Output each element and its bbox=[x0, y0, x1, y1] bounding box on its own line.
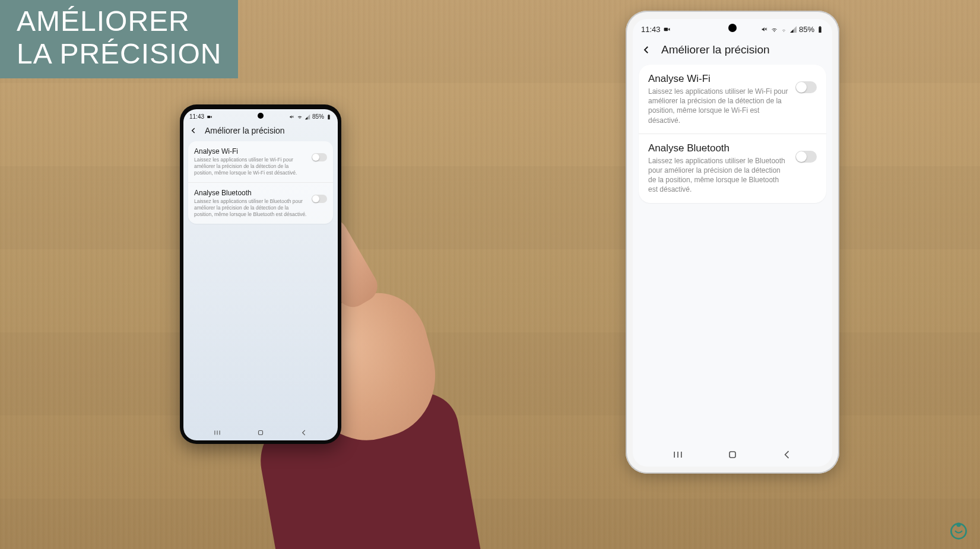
nav-bar bbox=[183, 424, 338, 440]
battery-icon bbox=[816, 26, 824, 33]
signal-icon bbox=[789, 26, 797, 33]
app-bar: Améliorer la précision bbox=[633, 37, 832, 65]
bluetooth-toggle[interactable] bbox=[795, 151, 817, 163]
setting-row-bluetooth[interactable]: Analyse Bluetooth Laissez les applicatio… bbox=[188, 182, 333, 224]
wifi-desc: Laissez les applications utiliser le Wi-… bbox=[648, 87, 788, 125]
svg-rect-0 bbox=[207, 115, 210, 118]
video-title-overlay: AMÉLIORER LA PRÉCISION bbox=[0, 0, 238, 78]
camera-hole bbox=[258, 113, 264, 119]
settings-content: Analyse Wi-Fi Laissez les applications u… bbox=[633, 65, 832, 440]
nav-home[interactable] bbox=[727, 449, 738, 461]
wifi-icon-2 bbox=[780, 26, 788, 33]
wifi-toggle[interactable] bbox=[795, 81, 817, 93]
bluetooth-title: Analyse Bluetooth bbox=[648, 142, 788, 154]
signal-icon bbox=[305, 114, 310, 120]
nav-back[interactable] bbox=[781, 449, 793, 461]
title-line-1: AMÉLIORER bbox=[17, 5, 221, 37]
svg-rect-8 bbox=[819, 27, 821, 33]
svg-rect-1 bbox=[328, 115, 329, 119]
settings-content: Analyse Wi-Fi Laissez les applications u… bbox=[183, 141, 338, 424]
nav-recents[interactable] bbox=[213, 429, 221, 437]
setting-row-wifi[interactable]: Analyse Wi-Fi Laissez les applications u… bbox=[188, 141, 333, 182]
status-time: 11:43 bbox=[189, 113, 204, 120]
record-icon bbox=[663, 26, 671, 33]
wifi-icon bbox=[297, 114, 303, 120]
bluetooth-desc: Laissez les applications utiliser le Blu… bbox=[194, 198, 307, 218]
wifi-title: Analyse Wi-Fi bbox=[194, 147, 307, 156]
bluetooth-title: Analyse Bluetooth bbox=[194, 189, 307, 197]
svg-rect-13 bbox=[730, 452, 735, 458]
camera-hole bbox=[728, 24, 737, 32]
svg-rect-7 bbox=[664, 28, 668, 31]
title-line-2: LA PRÉCISION bbox=[17, 37, 221, 70]
wifi-icon bbox=[770, 26, 778, 33]
status-time: 11:43 bbox=[641, 25, 661, 34]
setting-row-bluetooth[interactable]: Analyse Bluetooth Laissez les applicatio… bbox=[639, 134, 826, 203]
battery-percent: 85% bbox=[799, 25, 814, 34]
nav-recents[interactable] bbox=[672, 449, 684, 461]
settings-card: Analyse Wi-Fi Laissez les applications u… bbox=[188, 141, 333, 224]
svg-rect-2 bbox=[328, 114, 329, 115]
mute-icon bbox=[289, 114, 295, 120]
app-bar: Améliorer la précision bbox=[183, 122, 338, 141]
back-button[interactable] bbox=[641, 45, 652, 55]
bluetooth-toggle[interactable] bbox=[312, 195, 327, 203]
settings-card: Analyse Wi-Fi Laissez les applications u… bbox=[639, 65, 826, 203]
svg-rect-6 bbox=[258, 431, 262, 435]
physical-phone-screen: 11:43 85% bbox=[183, 109, 338, 440]
nav-back[interactable] bbox=[300, 429, 308, 437]
record-icon bbox=[207, 114, 213, 120]
wifi-title: Analyse Wi-Fi bbox=[648, 73, 788, 85]
svg-rect-9 bbox=[819, 26, 820, 27]
page-title: Améliorer la précision bbox=[205, 126, 285, 135]
nav-bar bbox=[633, 440, 832, 467]
brand-logo-icon bbox=[948, 521, 969, 542]
back-button[interactable] bbox=[189, 126, 198, 135]
wifi-desc: Laissez les applications utiliser le Wi-… bbox=[194, 157, 307, 176]
mute-icon bbox=[761, 26, 769, 33]
wifi-toggle[interactable] bbox=[312, 153, 327, 161]
bluetooth-desc: Laissez les applications utiliser le Blu… bbox=[648, 156, 788, 195]
phone-render: 11:43 85% bbox=[626, 11, 839, 474]
battery-percent: 85% bbox=[312, 113, 324, 120]
battery-icon bbox=[326, 114, 332, 120]
nav-home[interactable] bbox=[256, 429, 265, 437]
setting-row-wifi[interactable]: Analyse Wi-Fi Laissez les applications u… bbox=[639, 65, 826, 134]
physical-phone: 11:43 85% bbox=[180, 104, 341, 444]
render-phone-screen: 11:43 85% bbox=[633, 19, 832, 467]
svg-point-15 bbox=[956, 523, 960, 527]
page-title: Améliorer la précision bbox=[661, 43, 770, 56]
